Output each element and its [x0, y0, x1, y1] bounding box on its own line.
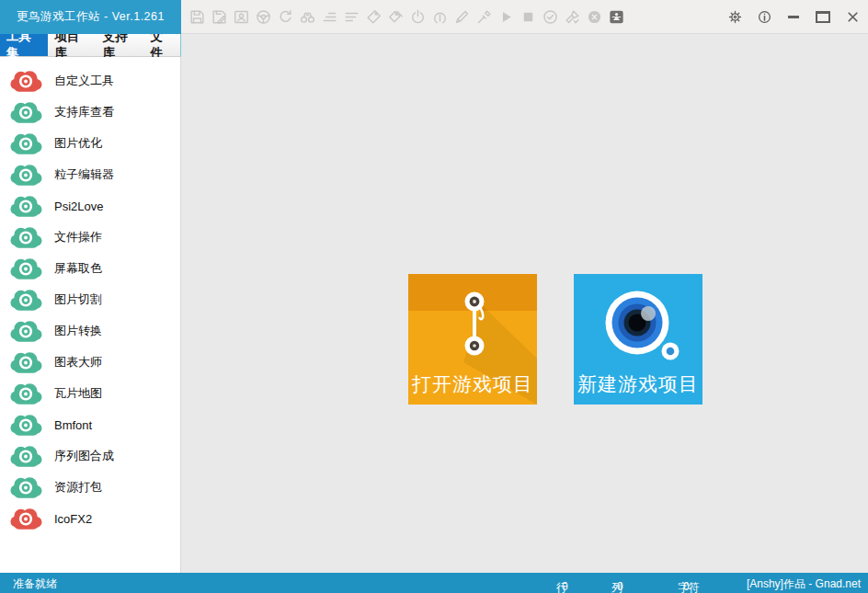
- close-circle-icon[interactable]: [586, 8, 603, 26]
- sidebar-item-label: 自定义工具: [54, 73, 114, 89]
- sidebar-item-custom-tools[interactable]: 自定义工具: [0, 65, 180, 97]
- sort-ascending-icon[interactable]: [321, 8, 338, 26]
- titlebar: 更鸟游戏工作站 - Ver.1.261: [0, 0, 868, 34]
- status-line-value: 0: [562, 580, 568, 593]
- info-icon[interactable]: [756, 8, 772, 25]
- close-icon[interactable]: [844, 8, 861, 25]
- verify-badge-icon[interactable]: [542, 8, 559, 26]
- sidebar-item-image-slicer[interactable]: 图片切割: [0, 284, 180, 315]
- tab-file[interactable]: 文件: [144, 34, 180, 56]
- binoculars-search-icon[interactable]: [299, 8, 316, 26]
- cloud-tool-icon: [10, 413, 42, 437]
- status-chars-value: 0: [683, 580, 690, 593]
- sidebar-tool-list: 自定义工具 支持库查看 图片优化 粒子编辑器 Psi2Love 文件操作 屏幕取…: [0, 57, 181, 573]
- statusbar: 准备就绪 行0 列0 字符0 [Anshy]作品 - Gnad.net: [0, 573, 868, 593]
- sidebar-item-label: 图片优化: [54, 135, 102, 152]
- sidebar-item-label: 资源打包: [54, 479, 102, 496]
- status-credit-text: [Anshy]作品 - Gnad.net: [747, 576, 861, 592]
- sidebar-item-label: 屏幕取色: [54, 260, 102, 277]
- cloud-tool-icon: [10, 69, 42, 93]
- exit-person-icon[interactable]: [608, 8, 625, 26]
- cloud-tool-icon: [10, 100, 42, 124]
- sidebar-item-label: 图表大师: [54, 354, 102, 371]
- project-card-icon[interactable]: [233, 8, 250, 26]
- sidebar-item-icofx2[interactable]: IcoFX2: [0, 503, 180, 534]
- tab-toolset[interactable]: 工具集: [0, 34, 48, 56]
- cloud-tool-icon: [10, 194, 42, 218]
- sidebar-item-sprite-sheet-composer[interactable]: 序列图合成: [0, 440, 180, 472]
- sidebar-item-tile-map[interactable]: 瓦片地图: [0, 378, 180, 409]
- maximize-icon[interactable]: [815, 8, 831, 25]
- cloud-tool-icon: [10, 382, 42, 405]
- sidebar-item-image-optimize[interactable]: 图片优化: [0, 128, 180, 159]
- sidebar-item-label: 图片转换: [54, 323, 102, 339]
- sidebar-item-psi2love[interactable]: Psi2Love: [0, 190, 180, 222]
- window-controls: [726, 0, 861, 33]
- power-off-icon[interactable]: [409, 8, 427, 26]
- sidebar-item-resource-packager[interactable]: 资源打包: [0, 472, 180, 503]
- clean-brush-icon[interactable]: [564, 8, 581, 26]
- tab-support-library[interactable]: 支持库: [96, 34, 143, 56]
- sidebar-item-label: 粒子编辑器: [54, 166, 114, 183]
- sidebar-item-chart-master[interactable]: 图表大师: [0, 347, 180, 378]
- sidebar-item-screen-color-picker[interactable]: 屏幕取色: [0, 253, 180, 284]
- pencil-edit-icon[interactable]: [453, 8, 471, 26]
- tags-icon[interactable]: [387, 8, 405, 26]
- new-project-label: 新建游戏项目: [574, 371, 702, 397]
- save-as-icon[interactable]: [211, 8, 228, 26]
- stop-icon[interactable]: [520, 8, 537, 26]
- sidebar-item-label: Psi2Love: [54, 200, 103, 213]
- sidebar-item-particle-editor[interactable]: 粒子编辑器: [0, 159, 180, 190]
- toolbar: [185, 0, 625, 33]
- tabbar: 工具集 项目库 支持库 文件: [0, 34, 181, 57]
- cloud-tool-icon: [10, 444, 42, 468]
- cloud-tool-icon: [10, 350, 42, 374]
- steering-wheel-icon[interactable]: [255, 8, 272, 26]
- cloud-tool-icon: [10, 257, 42, 280]
- save-icon[interactable]: [188, 8, 206, 26]
- refresh-icon[interactable]: [277, 8, 294, 26]
- sidebar-item-label: 序列图合成: [54, 448, 114, 464]
- play-run-icon[interactable]: [497, 8, 515, 26]
- sort-descending-icon[interactable]: [343, 8, 360, 26]
- color-picker-icon[interactable]: [475, 8, 493, 26]
- cloud-tool-icon: [10, 475, 42, 499]
- cloud-tool-icon: [10, 131, 42, 155]
- cloud-tool-icon: [10, 319, 42, 343]
- cloud-tool-icon: [10, 225, 42, 249]
- sidebar-item-image-converter[interactable]: 图片转换: [0, 315, 180, 347]
- tag-icon[interactable]: [365, 8, 383, 26]
- power-on-icon[interactable]: [431, 8, 449, 26]
- minimize-icon[interactable]: [785, 8, 802, 25]
- open-project-button[interactable]: 打开游戏项目: [408, 274, 537, 405]
- sidebar-item-label: 支持库查看: [54, 104, 114, 120]
- sidebar-item-file-operations[interactable]: 文件操作: [0, 222, 180, 253]
- sidebar-item-bmfont[interactable]: Bmfont: [0, 409, 180, 440]
- cloud-tool-icon: [10, 288, 42, 312]
- app-title: 更鸟游戏工作站 - Ver.1.261: [17, 9, 165, 25]
- sidebar-item-support-lib-viewer[interactable]: 支持库查看: [0, 97, 180, 128]
- sidebar-item-label: IcoFX2: [54, 512, 92, 526]
- sidebar-item-label: 瓦片地图: [54, 385, 102, 402]
- main-workspace: 打开游戏项目 新建游戏项目: [181, 34, 868, 573]
- sidebar-item-label: 文件操作: [54, 229, 102, 245]
- app-title-block: 更鸟游戏工作站 - Ver.1.261: [0, 0, 181, 34]
- status-column-value: 0: [617, 580, 623, 593]
- status-ready-text: 准备就绪: [13, 576, 57, 592]
- tab-project-library[interactable]: 项目库: [48, 34, 96, 56]
- app-window: { "window": { "title": "更鸟游戏工作站 - Ver.1.…: [0, 0, 868, 593]
- open-project-label: 打开游戏项目: [408, 371, 537, 397]
- sidebar-item-label: 图片切割: [54, 291, 102, 308]
- settings-gear-icon[interactable]: [726, 8, 743, 25]
- new-project-button[interactable]: 新建游戏项目: [574, 274, 702, 405]
- sidebar-item-label: Bmfont: [54, 418, 92, 432]
- cloud-tool-icon: [10, 163, 42, 187]
- cloud-tool-icon: [10, 507, 42, 530]
